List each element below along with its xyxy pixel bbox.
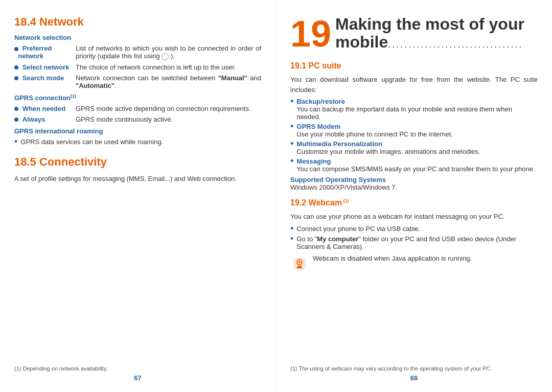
left-page: 18.4 Network Network selection Preferred… bbox=[0, 0, 276, 392]
bullet-dot bbox=[14, 107, 18, 111]
webcam-icon-note-text: Webcam is disabled when Java application… bbox=[313, 255, 472, 262]
chapter-header: 19 Making the most of your mobile.......… bbox=[290, 15, 538, 52]
webcam-intro: You can use your phone as a webcam for i… bbox=[290, 212, 538, 222]
network-selection-label: Network selection bbox=[14, 34, 261, 41]
bullet-backup: • Backup/restore You can backup the impo… bbox=[290, 98, 538, 121]
webcam-java-icon bbox=[291, 256, 308, 272]
bullet-when-needed: When needed GPRS mode active depending o… bbox=[14, 105, 261, 112]
svg-rect-3 bbox=[296, 267, 303, 268]
bullet-search-mode: Search mode Network connection can be sw… bbox=[14, 74, 261, 89]
bullet-dot-char: • bbox=[14, 137, 17, 146]
circle-icon bbox=[162, 53, 169, 60]
bullet-dot bbox=[14, 65, 18, 70]
bullet-dot bbox=[14, 118, 18, 122]
section-18-5-title: 18.5 Connectivity bbox=[14, 155, 261, 169]
right-page: 19 Making the most of your mobile.......… bbox=[276, 0, 552, 392]
webcam-icon-note: Webcam is disabled when Java application… bbox=[290, 255, 538, 273]
right-footnote: (1) The using of webcam may vary accordi… bbox=[290, 365, 538, 372]
svg-point-4 bbox=[298, 261, 301, 263]
webcam-bullet-2: • Go to "My computer" folder on your PC … bbox=[290, 235, 538, 250]
bullet-gprs-modem: • GPRS Modem Use your mobile phone to co… bbox=[290, 123, 538, 138]
section-18-4-title: 18.4 Network bbox=[14, 15, 261, 29]
chapter-subtitle: mobile bbox=[335, 33, 388, 51]
network-selection-bullets: Preferred network List of networks to wh… bbox=[14, 44, 261, 89]
section-19-1-title: 19.1 PC suite bbox=[290, 61, 538, 71]
right-page-number: 68 bbox=[410, 374, 418, 382]
pc-suite-bullets: • Backup/restore You can backup the impo… bbox=[290, 98, 538, 173]
chapter-dots: ................................. bbox=[388, 39, 523, 50]
bullet-dot bbox=[14, 47, 18, 51]
supported-os-label: Supported Operating Systems bbox=[290, 176, 386, 183]
webcam-bullet-1: • Connect your phone to PC via USB cable… bbox=[290, 225, 538, 233]
chapter-number: 19 bbox=[290, 15, 331, 52]
gprs-international-label: GPRS international roaming bbox=[14, 127, 261, 135]
bullet-dot bbox=[14, 76, 18, 80]
gprs-international-bullet: • GPRS data services can be used while r… bbox=[14, 138, 261, 146]
pc-suite-intro: You can download software upgrade for fr… bbox=[290, 75, 538, 95]
bullet-always: Always GPRS mode continuously active. bbox=[14, 116, 261, 123]
chapter-title: Making the most of your bbox=[335, 15, 524, 33]
gprs-bullets: When needed GPRS mode active depending o… bbox=[14, 105, 261, 123]
section-19-2-title: 19.2 Webcam (1) bbox=[290, 198, 538, 207]
bullet-select-network: Select network The choice of network con… bbox=[14, 63, 261, 71]
bullet-messaging: • Messaging You can compose SMS/MMS easi… bbox=[290, 157, 538, 173]
left-page-number: 67 bbox=[134, 374, 141, 382]
connectivity-body: A set of profile settings for messaging … bbox=[14, 174, 261, 184]
supported-os-text: Windows 2000/XP/Vista/Windows 7. bbox=[290, 183, 397, 191]
bullet-multimedia: • Multimedia Personalization Customize y… bbox=[290, 140, 538, 155]
bullet-preferred-network: Preferred network List of networks to wh… bbox=[14, 44, 261, 60]
svg-rect-2 bbox=[297, 266, 302, 267]
left-footnote: (1) Depending on network availability. bbox=[14, 365, 108, 372]
gprs-connection-label: GPRS connection(1) bbox=[14, 94, 261, 102]
